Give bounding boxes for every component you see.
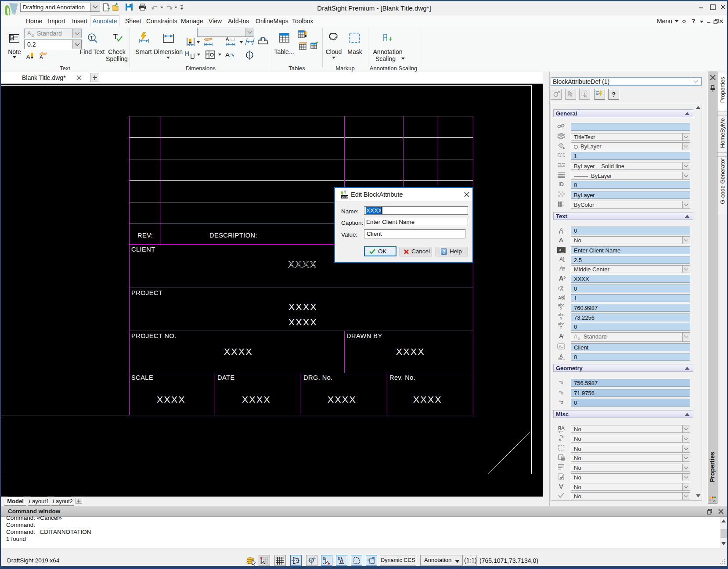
svg-text:E: E [323, 556, 325, 561]
svg-text:A: A [559, 345, 562, 349]
svg-text:SCALE: SCALE [131, 374, 153, 381]
svg-text:XXXX: XXXX [328, 394, 357, 404]
svg-text:CLIENT: CLIENT [131, 246, 155, 253]
svg-text:XXXX: XXXX [413, 394, 442, 404]
svg-text:DESCRIPTION:: DESCRIPTION: [209, 232, 257, 239]
svg-text:DRG. No.: DRG. No. [303, 374, 333, 381]
svg-text:A: A [26, 54, 30, 60]
svg-text:DATE: DATE [217, 374, 235, 381]
svg-text:A: A [226, 37, 229, 42]
svg-text:E: E [338, 556, 340, 561]
svg-text:Rev. No.: Rev. No. [389, 374, 415, 381]
svg-text:REV:: REV: [137, 232, 153, 239]
svg-text:A: A [713, 499, 716, 503]
svg-text:T: T [90, 34, 94, 41]
svg-text:XXXX: XXXX [396, 346, 425, 357]
svg-text:2019: 2019 [342, 195, 349, 199]
svg-text:A: A [40, 54, 43, 60]
svg-text:XXXX: XXXX [288, 302, 317, 312]
svg-text:XXXX: XXXX [288, 259, 317, 269]
svg-text:A: A [225, 51, 230, 58]
svg-text:XXXX: XXXX [157, 394, 186, 404]
svg-text:PROJECT NO.: PROJECT NO. [131, 332, 177, 339]
svg-text:PROJECT: PROJECT [131, 289, 162, 296]
svg-text:XXXX: XXXX [288, 317, 317, 327]
svg-text:XXXX: XXXX [224, 346, 253, 357]
svg-text:XXXX: XXXX [242, 394, 271, 404]
svg-text:DRAWN BY: DRAWN BY [346, 332, 382, 339]
svg-text:A: A [11, 36, 14, 40]
